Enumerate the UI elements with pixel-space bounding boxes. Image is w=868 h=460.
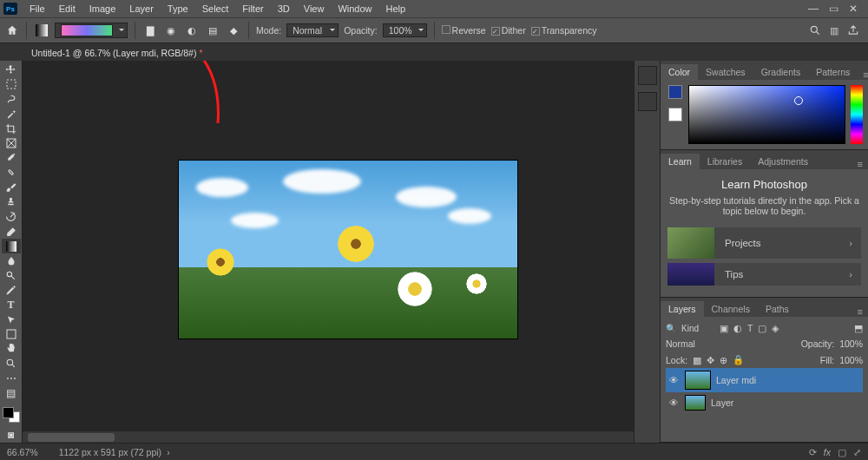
status-fullscreen-icon[interactable]: ▢ bbox=[838, 447, 846, 457]
zoom-level[interactable]: 66.67% bbox=[7, 447, 38, 457]
menu-edit[interactable]: Edit bbox=[52, 2, 82, 16]
blur-tool-icon[interactable] bbox=[2, 253, 21, 268]
window-close-icon[interactable]: ✕ bbox=[849, 3, 858, 15]
filter-shape-icon[interactable]: ▢ bbox=[758, 323, 766, 333]
gradient-tool-icon[interactable] bbox=[2, 239, 21, 253]
marquee-tool-icon[interactable] bbox=[2, 77, 21, 92]
menu-help[interactable]: Help bbox=[379, 2, 413, 16]
edit-toolbar-icon[interactable]: ▤ bbox=[2, 385, 21, 400]
layer-filter-dropdown[interactable]: Kind bbox=[681, 324, 714, 333]
tab-swatches[interactable]: Swatches bbox=[698, 64, 753, 80]
menu-layer[interactable]: Layer bbox=[122, 2, 161, 16]
healing-tool-icon[interactable] bbox=[2, 165, 21, 180]
move-tool-icon[interactable] bbox=[2, 62, 21, 77]
gradient-linear-icon[interactable]: ▇ bbox=[142, 23, 158, 38]
tab-libraries[interactable]: Libraries bbox=[700, 154, 750, 169]
menu-view[interactable]: View bbox=[297, 2, 332, 16]
status-sync-icon[interactable]: ⟳ bbox=[809, 447, 817, 457]
hue-slider[interactable] bbox=[851, 85, 863, 144]
frame-tool-icon[interactable] bbox=[2, 136, 21, 151]
tab-learn[interactable]: Learn bbox=[661, 154, 700, 169]
menu-window[interactable]: Window bbox=[331, 2, 378, 16]
lock-artboard-icon[interactable]: ⊕ bbox=[720, 355, 727, 365]
panel-menu-icon[interactable]: ≡ bbox=[852, 306, 868, 317]
opacity-dropdown[interactable]: 100% bbox=[383, 23, 427, 37]
menu-file[interactable]: File bbox=[23, 2, 52, 16]
filter-type-icon[interactable]: T bbox=[747, 323, 753, 333]
hand-tool-icon[interactable] bbox=[2, 342, 21, 357]
reverse-checkbox[interactable]: Reverse bbox=[442, 25, 486, 36]
stamp-tool-icon[interactable] bbox=[2, 194, 21, 209]
zoom-tool-icon[interactable] bbox=[2, 356, 21, 371]
pen-tool-icon[interactable] bbox=[2, 283, 21, 298]
tab-paths[interactable]: Paths bbox=[758, 301, 797, 317]
workspace-icon[interactable]: ▥ bbox=[830, 25, 838, 36]
color-swatch[interactable] bbox=[3, 407, 20, 423]
filter-pixel-icon[interactable]: ▣ bbox=[720, 323, 728, 333]
gradient-reflected-icon[interactable]: ▤ bbox=[205, 23, 220, 38]
tab-patterns[interactable]: Patterns bbox=[808, 64, 858, 80]
search-icon[interactable]: 🔍 bbox=[666, 324, 676, 333]
gradient-radial-icon[interactable]: ◉ bbox=[163, 23, 179, 38]
blend-mode-dropdown[interactable]: Normal bbox=[286, 23, 339, 37]
gradient-tool-icon[interactable] bbox=[34, 23, 49, 38]
lasso-tool-icon[interactable] bbox=[2, 92, 21, 107]
menu-select[interactable]: Select bbox=[195, 2, 236, 16]
background-swatch[interactable] bbox=[668, 108, 682, 122]
share-icon[interactable] bbox=[847, 24, 859, 36]
window-minimize-icon[interactable]: — bbox=[808, 3, 819, 15]
chevron-right-icon[interactable]: › bbox=[167, 447, 170, 457]
learn-item-tips[interactable]: Tips › bbox=[667, 263, 861, 286]
visibility-icon[interactable]: 👁 bbox=[667, 375, 680, 385]
brush-tool-icon[interactable] bbox=[2, 180, 21, 194]
path-tool-icon[interactable] bbox=[2, 312, 21, 327]
gradient-diamond-icon[interactable]: ◆ bbox=[226, 23, 241, 38]
quickmask-icon[interactable]: ◙ bbox=[2, 428, 21, 443]
menu-3d[interactable]: 3D bbox=[271, 2, 297, 16]
horizontal-scrollbar[interactable] bbox=[23, 430, 634, 443]
filter-smart-icon[interactable]: ◈ bbox=[772, 323, 779, 333]
dodge-tool-icon[interactable] bbox=[2, 268, 21, 283]
layer-blend-dropdown[interactable]: Normal bbox=[666, 338, 718, 349]
lock-all-icon[interactable]: 🔒 bbox=[733, 354, 744, 365]
document-canvas[interactable] bbox=[179, 161, 517, 338]
tab-gradients[interactable]: Gradients bbox=[753, 64, 809, 80]
tab-channels[interactable]: Channels bbox=[704, 301, 758, 317]
status-fx-icon[interactable]: fx bbox=[824, 447, 831, 457]
lock-pixels-icon[interactable]: ▩ bbox=[693, 355, 701, 365]
filter-toggle-icon[interactable]: ⬒ bbox=[854, 323, 863, 333]
collapsed-panel-icon[interactable] bbox=[638, 66, 657, 85]
document-tab[interactable]: Untitled-1 @ 66.7% (Layer mdi, RGB/8#)* bbox=[23, 44, 212, 61]
panel-menu-icon[interactable]: ≡ bbox=[852, 159, 868, 169]
home-icon[interactable] bbox=[5, 23, 19, 37]
history-brush-tool-icon[interactable] bbox=[2, 209, 21, 224]
tab-adjustments[interactable]: Adjustments bbox=[750, 154, 816, 169]
tab-layers[interactable]: Layers bbox=[661, 301, 704, 317]
status-expand-icon[interactable]: ⤢ bbox=[853, 447, 861, 457]
eraser-tool-icon[interactable] bbox=[2, 224, 21, 239]
menu-type[interactable]: Type bbox=[161, 2, 195, 16]
tab-color[interactable]: Color bbox=[661, 64, 698, 80]
gradient-angle-icon[interactable]: ◐ bbox=[184, 23, 200, 38]
toolbar-more-icon[interactable]: ⋯ bbox=[2, 371, 21, 385]
lock-position-icon[interactable]: ✥ bbox=[707, 355, 714, 365]
crop-tool-icon[interactable] bbox=[2, 122, 21, 136]
window-restore-icon[interactable]: ▭ bbox=[829, 3, 838, 15]
filter-adjust-icon[interactable]: ◐ bbox=[733, 323, 742, 333]
layer-fill-dropdown[interactable]: 100% bbox=[839, 355, 863, 365]
color-field[interactable] bbox=[688, 85, 845, 144]
transparency-checkbox[interactable]: ✓Transparency bbox=[531, 25, 597, 36]
type-tool-icon[interactable]: T bbox=[2, 298, 21, 312]
layer-row[interactable]: 👁 Layer mdi bbox=[666, 368, 863, 392]
layer-row[interactable]: 👁 Layer bbox=[666, 392, 863, 413]
menu-filter[interactable]: Filter bbox=[235, 2, 270, 16]
visibility-icon[interactable]: 👁 bbox=[667, 398, 680, 408]
search-icon[interactable] bbox=[809, 24, 821, 36]
learn-item-projects[interactable]: Projects › bbox=[667, 227, 861, 259]
foreground-swatch[interactable] bbox=[668, 85, 682, 99]
document-dimensions[interactable]: 1122 px x 591 px (72 ppi) bbox=[59, 447, 162, 457]
eyedropper-tool-icon[interactable] bbox=[2, 151, 21, 166]
panel-menu-icon[interactable]: ≡ bbox=[858, 69, 868, 80]
shape-tool-icon[interactable] bbox=[2, 327, 21, 342]
menu-image[interactable]: Image bbox=[82, 2, 123, 16]
